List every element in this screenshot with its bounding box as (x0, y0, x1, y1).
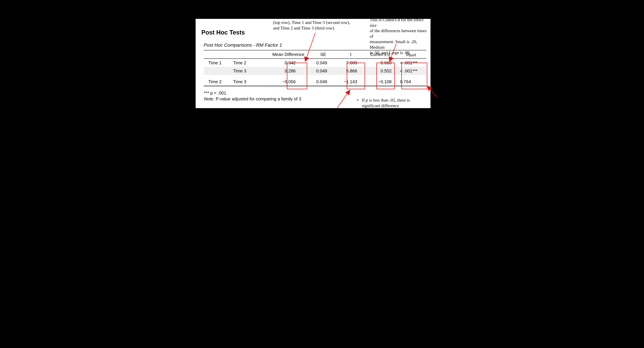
annotation-cohens-d-explainer: This is Cohen's d for the effect size of… (370, 17, 430, 56)
col-mean-difference: Mean Difference (268, 52, 309, 57)
group2: Time 3 (233, 68, 260, 74)
group1: Time 2 (204, 79, 233, 84)
highlight-cohens-d (376, 63, 395, 89)
group2: Time 3 (233, 79, 260, 84)
footnote-significance: *** p < .001 (204, 90, 226, 96)
highlight-pbonf (401, 63, 427, 89)
highlight-t (347, 63, 365, 89)
section-title: Post Hoc Tests (202, 29, 245, 36)
annotation-rows-explainer: (top row), Time 1 and Time 3 (second row… (273, 20, 350, 31)
highlight-mean-diff (287, 63, 307, 89)
group1: Time 1 (204, 60, 233, 65)
stage: Post Hoc Tests Post Hoc Comparisons - RM… (196, 0, 448, 135)
footnote-note: Note. P-value adjusted for comparing a f… (204, 96, 301, 102)
col-t: t (338, 52, 364, 57)
annotation-p-explainer: • If p is less than .05, there is signif… (357, 98, 410, 109)
table-title: Post Hoc Comparisons - RM Factor 1 (204, 42, 282, 48)
document-page: Post Hoc Tests Post Hoc Comparisons - RM… (196, 19, 430, 108)
col-se: SE (309, 52, 338, 57)
group2: Time 2 (233, 60, 260, 65)
